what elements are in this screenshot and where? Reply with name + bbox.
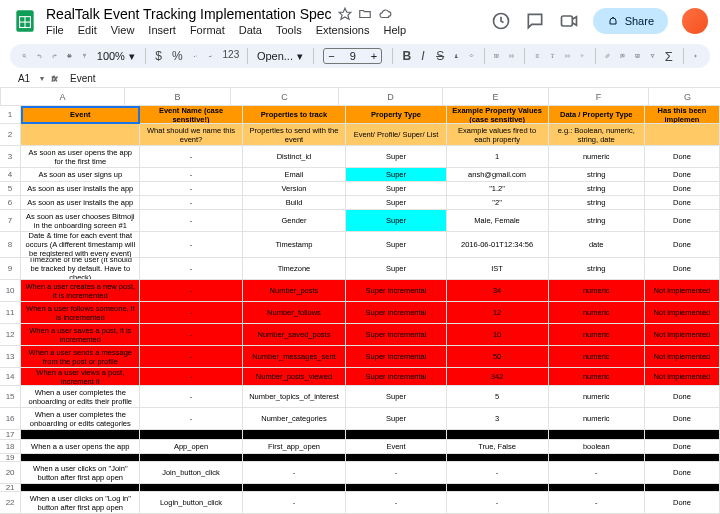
cell[interactable]: As soon as user installs the app [21, 196, 140, 210]
cell[interactable]: Number_categories [243, 408, 347, 430]
cell[interactable] [346, 484, 446, 492]
cell[interactable] [447, 430, 549, 440]
cell[interactable]: numeric [549, 368, 645, 386]
cell[interactable]: string [549, 168, 645, 182]
cell[interactable]: - [140, 182, 242, 196]
cell[interactable]: Distinct_id [243, 146, 347, 168]
cell[interactable]: Number_topics_of_interest [243, 386, 347, 408]
cell[interactable]: - [140, 368, 242, 386]
cell[interactable]: Done [645, 258, 720, 280]
row-header[interactable]: 18 [0, 440, 21, 454]
cell[interactable]: numeric [549, 408, 645, 430]
cell[interactable]: - [346, 492, 446, 514]
paint-format-icon[interactable] [82, 49, 87, 63]
cell[interactable]: Male, Female [447, 210, 549, 232]
cell[interactable]: Number_saved_posts [243, 324, 347, 346]
cell[interactable]: When a user views a post, increment it [21, 368, 140, 386]
add-comment-icon[interactable] [620, 49, 625, 63]
cell[interactable]: When a user clicks on "Join" button afte… [21, 462, 140, 484]
menu-data[interactable]: Data [239, 24, 262, 36]
cell[interactable]: date [549, 232, 645, 258]
merge-icon[interactable] [509, 49, 514, 63]
menu-file[interactable]: File [46, 24, 64, 36]
cell[interactable]: - [140, 302, 242, 324]
cell[interactable]: Example Property Values (case sensitive) [447, 106, 549, 124]
cell[interactable]: Version [243, 182, 347, 196]
cell[interactable]: Super incremental [346, 368, 446, 386]
cell[interactable] [549, 430, 645, 440]
row-header[interactable]: 16 [0, 408, 21, 430]
cell[interactable]: ansh@gmail.com [447, 168, 549, 182]
row-header[interactable]: 20 [0, 462, 21, 484]
cell[interactable]: Not implemented [645, 324, 720, 346]
cell[interactable]: 34 [447, 280, 549, 302]
column-header[interactable]: D [339, 88, 443, 106]
strike-icon[interactable]: S [436, 49, 444, 63]
cell[interactable]: - [140, 346, 242, 368]
cell[interactable]: When a user creates a new post, it is in… [21, 280, 140, 302]
cell[interactable]: - [140, 196, 242, 210]
cell[interactable]: Join_button_click [140, 462, 242, 484]
zoom-selector[interactable]: 100% ▾ [97, 50, 135, 63]
cell[interactable] [645, 454, 720, 462]
row-header[interactable]: 1 [0, 106, 21, 124]
cell[interactable]: Number_messages_sent [243, 346, 347, 368]
cell[interactable]: 3 [447, 408, 549, 430]
cell[interactable]: As soon as user installs the app [21, 182, 140, 196]
cell[interactable]: Properties to track [243, 106, 347, 124]
row-header[interactable]: 11 [0, 302, 21, 324]
cell[interactable]: Example values fired to each property [447, 124, 549, 146]
cell[interactable]: Done [645, 182, 720, 196]
cell[interactable] [243, 454, 347, 462]
menu-help[interactable]: Help [383, 24, 406, 36]
cell[interactable]: True, False [447, 440, 549, 454]
cell[interactable]: Done [645, 440, 720, 454]
cell[interactable]: Timestamp [243, 232, 347, 258]
bold-icon[interactable]: B [403, 49, 412, 63]
cell[interactable]: 5 [447, 386, 549, 408]
cell[interactable]: 1 [447, 146, 549, 168]
document-title[interactable]: RealTalk Event Tracking Implementation S… [46, 6, 332, 22]
cell[interactable]: Build [243, 196, 347, 210]
cell[interactable] [549, 454, 645, 462]
avatar[interactable] [682, 8, 708, 34]
spreadsheet-grid[interactable]: ABCDEFG 1EventEvent Name (case sensitive… [0, 88, 720, 514]
cell[interactable]: Timezone of the user (It should be track… [21, 258, 140, 280]
cell[interactable]: What should we name this event? [140, 124, 242, 146]
cell[interactable]: Super incremental [346, 346, 446, 368]
fontsize-plus[interactable]: + [367, 50, 381, 62]
more-formats-icon[interactable]: 123 [223, 49, 237, 63]
row-header[interactable]: 8 [0, 232, 21, 258]
cell[interactable]: Data / Property Type [549, 106, 645, 124]
cell[interactable]: - [549, 462, 645, 484]
cell[interactable]: When a user completes the onboarding or … [21, 386, 140, 408]
cell[interactable]: numeric [549, 386, 645, 408]
collapse-icon[interactable] [693, 49, 698, 63]
cell[interactable]: App_open [140, 440, 242, 454]
decrease-decimal-icon[interactable]: .0 [193, 49, 198, 63]
cell[interactable]: e.g.: Boolean, numeric, string, date [549, 124, 645, 146]
cell[interactable]: When a a user opens the app [21, 440, 140, 454]
share-button[interactable]: Share [593, 8, 668, 34]
column-header[interactable]: G [649, 88, 720, 106]
cell[interactable]: Event Name (case sensitive!) [140, 106, 242, 124]
cloud-icon[interactable] [378, 7, 392, 21]
cell[interactable]: Super [346, 408, 446, 430]
cell[interactable]: Timezone [243, 258, 347, 280]
row-header[interactable]: 7 [0, 210, 21, 232]
cell[interactable]: Super [346, 196, 446, 210]
cell[interactable] [447, 454, 549, 462]
cell[interactable]: string [549, 182, 645, 196]
menu-extensions[interactable]: Extensions [316, 24, 370, 36]
cell[interactable] [346, 454, 446, 462]
cell[interactable]: - [447, 492, 549, 514]
cell[interactable]: When a user sends a message from the pos… [21, 346, 140, 368]
functions-icon[interactable]: Σ [665, 49, 673, 63]
wrap-icon[interactable] [565, 49, 570, 63]
cell[interactable]: Gender [243, 210, 347, 232]
fontsize-minus[interactable]: − [324, 50, 338, 62]
cell[interactable]: numeric [549, 346, 645, 368]
cell[interactable]: Number_posts [243, 280, 347, 302]
cell[interactable]: Not implemented [645, 368, 720, 386]
cell[interactable]: Not implemented [645, 302, 720, 324]
